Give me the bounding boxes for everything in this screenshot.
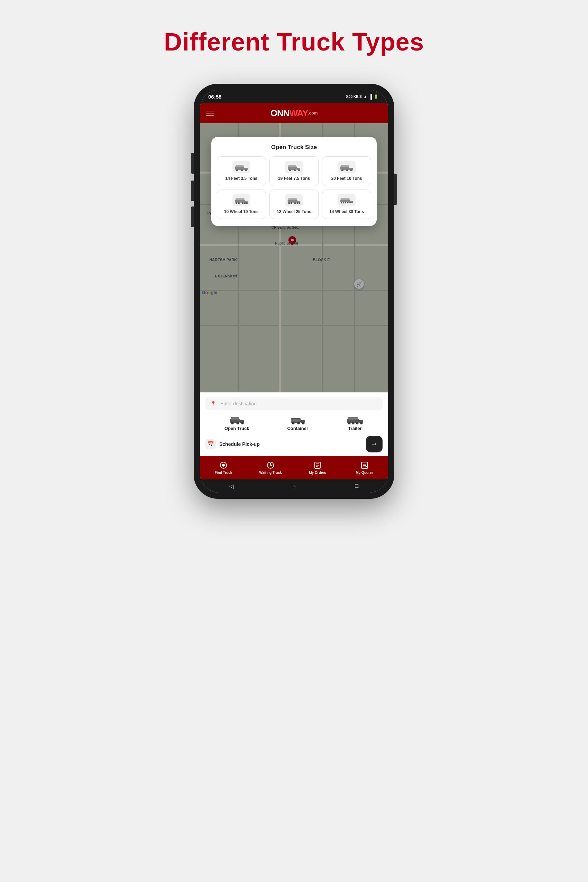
truck-icon-6 xyxy=(340,196,354,204)
svg-point-23 xyxy=(244,202,246,204)
modal-overlay: Open Truck Size xyxy=(200,123,388,392)
schedule-row: 📅 Schedule Pick-up → xyxy=(206,436,382,452)
svg-point-30 xyxy=(294,202,296,204)
nav-my-quotes[interactable]: My Quotes xyxy=(341,461,388,474)
svg-rect-13 xyxy=(350,168,353,170)
battery-icon: 🔋 xyxy=(374,94,378,99)
nav-label-my-quotes: My Quotes xyxy=(356,471,373,474)
truck-icon-wrapper-3 xyxy=(338,161,356,173)
truck-label-2: 19 Feet 7.5 Tons xyxy=(278,176,310,182)
trailer-label: Trailer xyxy=(348,426,362,431)
svg-point-41 xyxy=(351,202,353,203)
next-arrow-button[interactable]: → xyxy=(366,436,382,452)
menu-line-2 xyxy=(206,113,214,114)
svg-point-28 xyxy=(288,202,290,204)
truck-grid: 14 Feet 3.5 Tons xyxy=(217,156,372,219)
svg-point-36 xyxy=(341,202,342,203)
truck-label-4: 10 Wheel 19 Tons xyxy=(224,209,259,215)
nav-label-waiting-truck: Waiting Truck xyxy=(259,471,282,474)
truck-option-1[interactable]: 14 Feet 3.5 Tons xyxy=(217,156,266,186)
notch xyxy=(273,84,315,93)
svg-rect-17 xyxy=(341,165,349,167)
truck-type-open[interactable]: Open Truck xyxy=(225,415,249,431)
nav-waiting-truck[interactable]: Waiting Truck xyxy=(247,461,294,474)
find-truck-nav-icon xyxy=(219,461,228,470)
truck-icon-1 xyxy=(234,163,248,171)
destination-input[interactable]: 📍 Enter destination xyxy=(206,398,382,410)
home-button[interactable]: ○ xyxy=(290,482,298,490)
truck-option-6[interactable]: 14 Wheel 30 Tons xyxy=(322,189,371,219)
svg-point-32 xyxy=(298,202,300,204)
truck-option-5[interactable]: 12 Wheel 25 Tons xyxy=(270,189,318,219)
logo-onn: ONN xyxy=(270,108,290,118)
truck-label-1: 14 Feet 3.5 Tons xyxy=(225,176,257,182)
svg-rect-27 xyxy=(297,201,300,202)
waiting-truck-svg xyxy=(266,461,274,470)
svg-rect-42 xyxy=(341,198,350,200)
status-icons: 0.00 KB/S ▲ ▐ 🔋 xyxy=(346,94,378,99)
svg-rect-62 xyxy=(348,417,358,420)
calendar-icon: 📅 xyxy=(206,439,216,449)
nav-label-find-truck: Find Truck xyxy=(215,471,232,474)
status-time: 06:58 xyxy=(208,94,221,100)
my-quotes-svg xyxy=(360,461,369,470)
menu-line-3 xyxy=(206,115,214,116)
open-truck-label: Open Truck xyxy=(225,426,249,431)
back-button[interactable]: ◁ xyxy=(228,482,235,490)
truck-label-6: 14 Wheel 30 Tons xyxy=(329,209,364,215)
svg-point-29 xyxy=(291,202,292,204)
svg-point-37 xyxy=(343,202,345,203)
svg-point-38 xyxy=(345,202,346,203)
bottom-panel: 📍 Enter destination Open Truck xyxy=(200,392,388,456)
svg-point-39 xyxy=(347,202,349,203)
svg-point-31 xyxy=(296,202,298,204)
svg-point-22 xyxy=(242,202,243,204)
page-title: Different Truck Types xyxy=(164,28,424,56)
truck-icon-wrapper-2 xyxy=(285,161,303,173)
truck-icon-2 xyxy=(287,163,301,171)
svg-rect-33 xyxy=(288,198,297,200)
svg-point-24 xyxy=(246,202,248,204)
menu-line-1 xyxy=(206,111,214,111)
truck-option-3[interactable]: 20 Feet 10 Tons xyxy=(322,156,371,186)
phone-shell: 06:58 0.00 KB/S ▲ ▐ 🔋 ONN WAY .com xyxy=(194,84,394,499)
svg-point-20 xyxy=(236,202,237,204)
svg-rect-50 xyxy=(301,420,305,423)
hamburger-menu-icon[interactable] xyxy=(206,111,214,116)
app-logo: ONN WAY .com xyxy=(270,108,318,118)
schedule-left: 📅 Schedule Pick-up xyxy=(206,439,260,449)
data-speed: 0.00 KB/S xyxy=(346,95,362,99)
truck-size-modal: Open Truck Size xyxy=(212,137,377,226)
logo-com: .com xyxy=(308,111,318,116)
schedule-label: Schedule Pick-up xyxy=(219,441,260,447)
truck-icon-4 xyxy=(234,196,248,204)
nav-label-my-orders: My Orders xyxy=(309,471,326,474)
truck-label-5: 12 Wheel 25 Tons xyxy=(277,209,311,215)
open-truck-icon xyxy=(230,415,244,424)
truck-option-2[interactable]: 19 Feet 7.5 Tons xyxy=(270,156,318,186)
svg-rect-11 xyxy=(288,165,296,167)
my-orders-svg xyxy=(314,461,322,470)
truck-option-4[interactable]: 10 Wheel 19 Tons xyxy=(217,189,266,219)
container-truck-icon xyxy=(290,415,305,424)
truck-type-trailer[interactable]: Trailer xyxy=(346,415,363,431)
android-nav: ◁ ○ □ xyxy=(200,479,388,492)
map-area: SHIV VIHAR J.J COLONY CHANDAN VIHAR IDBI… xyxy=(200,123,388,392)
svg-rect-70 xyxy=(362,462,368,468)
trailer-truck-icon xyxy=(346,415,363,424)
recents-button[interactable]: □ xyxy=(353,482,360,490)
nav-my-orders[interactable]: My Orders xyxy=(294,461,341,474)
svg-rect-19 xyxy=(245,201,248,202)
wifi-icon: ▲ xyxy=(363,94,368,99)
signal-icon: ▐ xyxy=(369,94,372,99)
svg-rect-5 xyxy=(236,165,243,167)
truck-type-container[interactable]: Container xyxy=(287,415,308,431)
destination-placeholder: Enter destination xyxy=(220,401,256,406)
nav-find-truck[interactable]: Find Truck xyxy=(200,461,247,474)
truck-types-row: Open Truck Container xyxy=(206,415,382,431)
my-orders-nav-icon xyxy=(313,461,322,470)
truck-label-3: 20 Feet 10 Tons xyxy=(332,176,362,182)
phone-screen: 06:58 0.00 KB/S ▲ ▐ 🔋 ONN WAY .com xyxy=(200,90,388,492)
svg-point-40 xyxy=(350,202,351,203)
svg-rect-35 xyxy=(350,201,353,202)
